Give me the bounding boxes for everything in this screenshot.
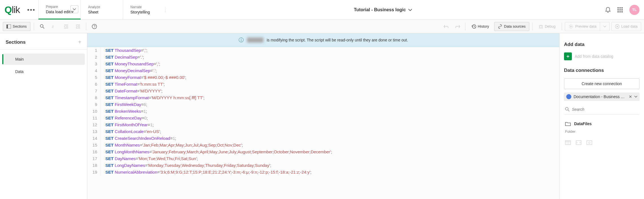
code-editor[interactable]: 1SET ThousandSep=',';2SET DecimalSep='.'… [87,47,559,199]
svg-rect-4 [619,9,621,10]
connection-icon [566,94,571,99]
code-line: 4SET MoneyDecimalSep='.'; [87,67,559,74]
btn-label: Data sources [504,24,526,28]
select-data-icon[interactable] [565,140,571,145]
connections-title: Data connections [564,68,639,73]
history-button[interactable]: History [468,22,492,31]
app-title: Tutorial - Business logic [354,7,406,12]
chevron-down-icon[interactable] [408,9,412,11]
code-line: 15SET MonthNames='Jan;Feb;Mar;Apr;May;Ju… [87,142,559,149]
search-icon [40,24,45,29]
comment-button[interactable]: // [49,22,59,31]
add-from-catalog[interactable]: + Add from data catalog [564,52,639,60]
search-button[interactable] [37,22,47,31]
header: Qlik ••• Prepare Data load editor Analyz… [0,0,644,20]
tab-label: Analyze [88,5,116,9]
logo: Qlik [0,4,25,15]
indent-icon [75,25,80,28]
redacted-user [247,37,263,43]
chevron-down-icon[interactable] [634,96,637,98]
create-connection-button[interactable]: Create new connection [564,78,639,89]
preview-data-icon[interactable] [587,140,592,145]
add-data-title: Add data [564,42,639,47]
more-button[interactable]: ••• [25,6,38,14]
btn-label: History [478,24,489,28]
connection-search[interactable] [564,104,639,115]
svg-rect-1 [619,7,621,8]
tab-label: Narrate [130,5,158,9]
svg-line-21 [568,110,569,111]
sections-list: Main Data [0,50,87,82]
code-line: 1SET ThousandSep=','; [87,47,559,54]
connection-actions [564,137,639,149]
search-input[interactable] [572,107,638,112]
datafiles-item[interactable]: DataFiles [564,118,639,126]
code-line: 18SET LongDayNames='Monday;Tuesday;Wedne… [87,162,559,169]
grid-icon[interactable] [618,7,623,12]
main: Sections + Main Data ⓘ is modifying the … [0,33,644,199]
add-catalog-label: Add from data catalog [575,54,613,59]
undo-icon [444,25,449,28]
indent-button[interactable] [73,22,83,31]
redo-button[interactable] [453,22,462,31]
svg-rect-8 [621,11,623,12]
svg-rect-0 [618,7,619,8]
tab-narrate[interactable]: Narrate Storytelling [123,0,165,19]
history-icon [472,24,476,29]
section-label: Main [15,57,24,61]
panel-icon [6,25,11,28]
svg-line-12 [43,27,44,28]
close-icon[interactable]: ✕ [629,94,632,99]
svg-point-20 [565,107,568,110]
code-line: 10SET BrokenWeeks=1; [87,108,559,115]
preview-dropdown[interactable] [600,22,610,31]
svg-point-28 [589,142,590,143]
avatar[interactable]: TL [629,5,639,15]
code-line: 12SET FirstMonthOfYear=1; [87,121,559,128]
code-line: 2SET DecimalSep='.'; [87,54,559,61]
debug-button[interactable]: Debug [535,22,559,31]
tab-analyze[interactable]: Analyze Sheet [81,0,123,19]
outdent-button[interactable] [61,22,71,31]
add-section-button[interactable]: + [78,39,81,45]
tab-value: Data load editor [46,10,74,14]
redo-icon [455,25,460,28]
data-sources-button[interactable]: Data sources [494,22,529,31]
chevron-down-icon [603,26,606,27]
sections-title: Sections [6,39,26,45]
nav-tabs: Prepare Data load editor Analyze Sheet N… [38,0,165,19]
sections-button[interactable]: Sections [3,22,30,31]
toolbar: Sections // ? History [0,20,644,33]
btn-label: Sections [13,24,27,28]
btn-label: Load data [621,24,638,28]
right-panel: Add data + Add from data catalog Data co… [559,33,644,199]
code-line: 9SET FirstWeekDay=6; [87,101,559,108]
tab-value: Sheet [88,10,116,14]
code-line: 5SET MoneyFormat='$ ###0.00;-$ ###0.00'; [87,74,559,81]
section-item-main[interactable]: Main [2,54,85,65]
chevron-down-icon[interactable] [70,5,78,13]
svg-text://: // [52,25,54,28]
insert-script-icon[interactable] [576,140,581,145]
sections-panel: Sections + Main Data [0,33,87,199]
section-label: Data [15,69,24,74]
section-item-data[interactable]: Data [2,66,85,77]
comment-icon: // [52,25,56,28]
info-banner: ⓘ is modifying the script. The script wi… [87,33,559,47]
preview-button[interactable]: Preview data [565,22,600,31]
svg-rect-2 [621,7,623,8]
link-icon [498,24,502,29]
tab-prepare[interactable]: Prepare Data load editor [38,0,81,19]
bug-icon [539,24,543,29]
svg-rect-6 [618,11,619,12]
connection-chip[interactable]: Documentation - Business Logic ... ✕ [564,92,639,101]
code-line: 3SET MoneyThousandSep=','; [87,61,559,67]
bell-icon[interactable] [605,7,611,13]
svg-rect-7 [619,11,621,12]
help-button[interactable]: ? [90,22,99,31]
code-line: 19SET NumericalAbbreviation='3:k;6:M;9:G… [87,169,559,176]
load-data-button[interactable]: Load data [611,22,641,31]
preview-icon [569,24,574,29]
code-line: 6SET TimeFormat='h:mm:ss TT'; [87,81,559,88]
undo-button[interactable] [441,22,451,31]
